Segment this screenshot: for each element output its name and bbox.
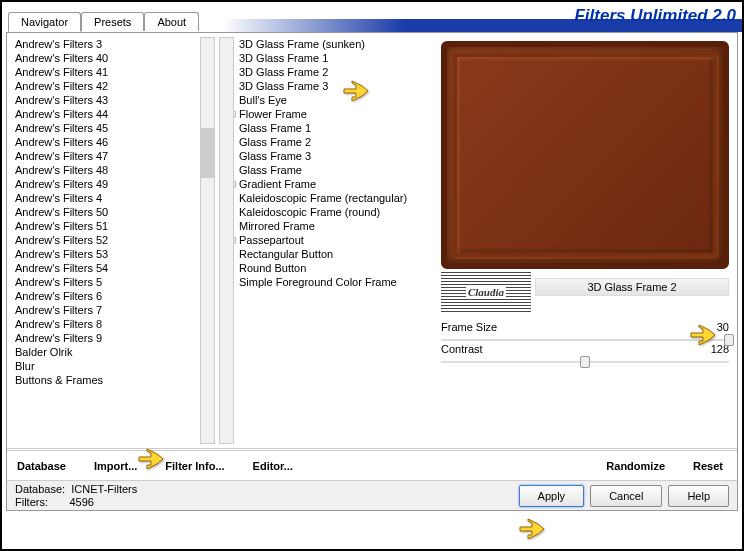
list-item[interactable]: Andrew's Filters 47 [15,149,215,163]
status-info: Database: ICNET-Filters Filters: 4596 [15,483,513,509]
cancel-button[interactable]: Cancel [590,485,662,507]
list-item[interactable]: 3D Glass Frame 1 [239,51,423,65]
editor-button[interactable]: Editor... [253,460,293,472]
reset-button[interactable]: Reset [693,460,723,472]
list-item[interactable]: Andrew's Filters 53 [15,247,215,261]
list-item[interactable]: ⊞Passepartout [239,233,423,247]
tab-panel: Andrew's Filters 3Andrew's Filters 40And… [6,32,738,511]
pointer-icon [518,517,546,544]
list-item[interactable]: Andrew's Filters 52 [15,233,215,247]
list-item[interactable]: Rectangular Button [239,247,423,261]
list-item[interactable]: Andrew's Filters 5 [15,275,215,289]
list-item[interactable]: Andrew's Filters 3 [15,37,215,51]
preview-image [441,41,729,269]
toolbar: Database Import... Filter Info... Editor… [7,448,737,480]
list-item[interactable]: Balder Olrik [15,345,215,359]
tabs: Navigator Presets About [8,12,199,31]
list-item-label: Gradient Frame [239,178,316,190]
list-item[interactable]: Blur [15,359,215,373]
param-row: Frame Size30 [441,321,729,333]
param-name: Frame Size [441,321,497,333]
list-item-label: Glass Frame 2 [239,136,311,148]
list-item[interactable]: Andrew's Filters 48 [15,163,215,177]
scroll-thumb[interactable] [201,128,214,178]
list-item[interactable]: Kaleidoscopic Frame (round) [239,205,423,219]
list-item[interactable]: Bull's Eye [239,93,423,107]
apply-button[interactable]: Apply [519,485,585,507]
filter-list[interactable]: 3D Glass Frame (sunken)3D Glass Frame 13… [217,33,427,448]
list-item[interactable]: Andrew's Filters 40 [15,51,215,65]
list-item-label: Glass Frame 3 [239,150,311,162]
slider[interactable] [441,361,729,363]
slider-knob[interactable] [724,334,734,346]
list-item-label: 3D Glass Frame 1 [239,52,328,64]
import-button[interactable]: Import... [94,460,137,472]
list-item[interactable]: Round Button [239,261,423,275]
list-item-label: Simple Foreground Color Frame [239,276,397,288]
list-item[interactable]: 3D Glass Frame 2 [239,65,423,79]
list-item[interactable]: Glass Frame 2 [239,135,423,149]
list-item-label: 3D Glass Frame 2 [239,66,328,78]
list-item-label: Passepartout [239,234,304,246]
list-item-label: 3D Glass Frame 3 [239,80,328,92]
list-item[interactable]: ⊞Flower Frame [239,107,423,121]
help-button[interactable]: Help [668,485,729,507]
selected-filter-label: 3D Glass Frame 2 [535,278,729,296]
list-item[interactable]: Andrew's Filters 44 [15,107,215,121]
slider[interactable] [441,339,729,341]
list-item[interactable]: Andrew's Filters 43 [15,93,215,107]
list-item[interactable]: Andrew's Filters 9 [15,331,215,345]
list-item[interactable]: 3D Glass Frame (sunken) [239,37,423,51]
list-item[interactable]: Mirrored Frame [239,219,423,233]
status-bar: Database: ICNET-Filters Filters: 4596 Ap… [7,480,737,510]
app-title: Filters Unlimited 2.0 [574,6,736,26]
list-item-label: Glass Frame 1 [239,122,311,134]
scrollbar[interactable] [219,37,234,444]
param-value: 30 [717,321,729,333]
tab-presets[interactable]: Presets [81,12,144,31]
right-panel: Claudia 3D Glass Frame 2 Frame Size30Con… [427,33,737,448]
slider-knob[interactable] [580,356,590,368]
list-item-label: Mirrored Frame [239,220,315,232]
list-item-label: 3D Glass Frame (sunken) [239,38,365,50]
randomize-button[interactable]: Randomize [606,460,665,472]
list-item[interactable]: ⊞Gradient Frame [239,177,423,191]
list-item[interactable]: Kaleidoscopic Frame (rectangular) [239,191,423,205]
list-item[interactable]: Glass Frame 3 [239,149,423,163]
list-item[interactable]: Andrew's Filters 8 [15,317,215,331]
list-item[interactable]: Glass Frame 1 [239,121,423,135]
list-item[interactable]: Andrew's Filters 7 [15,303,215,317]
param-name: Contrast [441,343,483,355]
list-item-label: Kaleidoscopic Frame (round) [239,206,380,218]
list-item[interactable]: Glass Frame [239,163,423,177]
database-button[interactable]: Database [17,460,66,472]
list-item[interactable]: 3D Glass Frame 3 [239,79,423,93]
list-item[interactable]: Andrew's Filters 50 [15,205,215,219]
param-row: Contrast128 [441,343,729,355]
list-item[interactable]: Andrew's Filters 42 [15,79,215,93]
tab-navigator[interactable]: Navigator [8,12,81,32]
watermark: Claudia [441,272,531,312]
list-item[interactable]: Andrew's Filters 46 [15,135,215,149]
list-item-label: Glass Frame [239,164,302,176]
list-item[interactable]: Simple Foreground Color Frame [239,275,423,289]
tab-about[interactable]: About [144,12,199,31]
list-item[interactable]: Andrew's Filters 51 [15,219,215,233]
list-item[interactable]: Andrew's Filters 45 [15,121,215,135]
list-item-label: Bull's Eye [239,94,287,106]
filter-info-button[interactable]: Filter Info... [165,460,224,472]
scrollbar[interactable] [200,37,215,444]
list-item[interactable]: Andrew's Filters 49 [15,177,215,191]
list-item-label: Rectangular Button [239,248,333,260]
category-list[interactable]: Andrew's Filters 3Andrew's Filters 40And… [7,33,217,448]
list-item[interactable]: Buttons & Frames [15,373,215,387]
list-item-label: Round Button [239,262,306,274]
parameters: Frame Size30Contrast128 [441,321,729,365]
list-item[interactable]: Andrew's Filters 4 [15,191,215,205]
list-item[interactable]: Andrew's Filters 41 [15,65,215,79]
list-item-label: Flower Frame [239,108,307,120]
list-item[interactable]: Andrew's Filters 54 [15,261,215,275]
list-item-label: Kaleidoscopic Frame (rectangular) [239,192,407,204]
list-item[interactable]: Andrew's Filters 6 [15,289,215,303]
